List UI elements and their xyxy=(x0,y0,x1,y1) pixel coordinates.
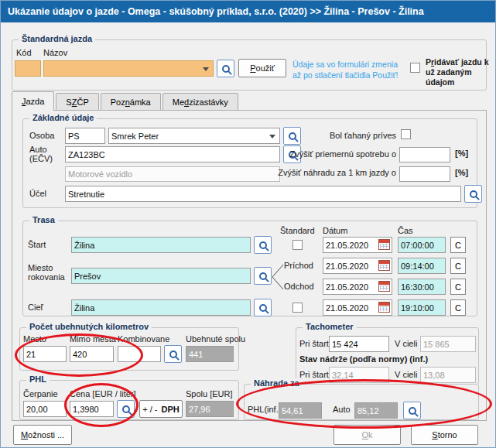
tab-poznamka[interactable]: Poznámka xyxy=(101,93,161,110)
nazov-label: Názov xyxy=(43,48,67,57)
tab-bar: Jazda SZČP Poznámka Medzizastávky xyxy=(12,91,240,110)
options-button[interactable]: Možnosti ... xyxy=(13,425,72,445)
kod-input[interactable] xyxy=(15,60,41,77)
group-standard-trip-title: Štandardná jazda xyxy=(19,34,95,43)
tab-szcp[interactable]: SZČP xyxy=(56,93,98,110)
window-title: Ukázanie údajov o jazde - Omega - skúšob… xyxy=(8,6,424,17)
add-trip-checkbox[interactable] xyxy=(410,63,420,73)
tab-page-panel xyxy=(12,110,487,421)
add-trip-label: Pridávať jazdu k už zadaným údajom xyxy=(426,57,496,87)
arrival-departure-connector xyxy=(272,262,283,292)
storno-button[interactable]: Storno xyxy=(411,425,478,445)
dropdown-arrow-icon[interactable] xyxy=(203,67,209,71)
trip-dialog-window: Ukázanie údajov o jazde - Omega - skúšob… xyxy=(0,0,496,448)
title-bar[interactable]: Ukázanie údajov o jazde - Omega - skúšob… xyxy=(1,1,495,22)
tab-medzizastavky[interactable]: Medzizastávky xyxy=(162,93,238,110)
kod-label: Kód xyxy=(16,48,32,57)
tab-jazda[interactable]: Jazda xyxy=(12,91,54,111)
nazov-combobox[interactable] xyxy=(43,60,214,77)
magnifier-icon xyxy=(222,65,230,73)
nazov-input[interactable] xyxy=(43,60,214,77)
ok-button[interactable]: Ok xyxy=(334,425,401,445)
apply-hint-text: Údaje sa vo formulári zmenia až po stlač… xyxy=(292,60,398,80)
apply-button[interactable]: Použiť xyxy=(238,59,286,77)
group-standard-trip: Štandardná jazda Kód Názov Použiť Údaje … xyxy=(12,39,487,91)
standard-nazov-search-button[interactable] xyxy=(217,60,234,77)
